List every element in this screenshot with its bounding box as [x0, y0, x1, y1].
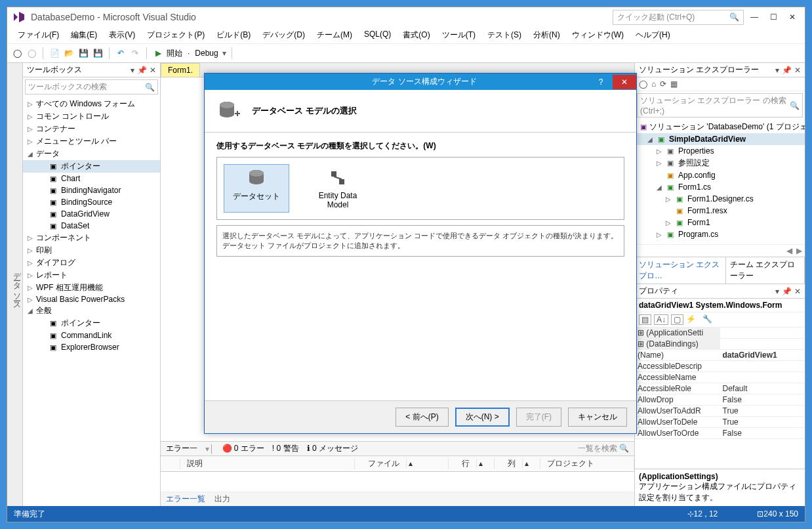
maximize-button[interactable]: ☐ — [770, 12, 777, 22]
toolbox-item[interactable]: ▷コンテナー — [23, 123, 160, 135]
toolbox-item[interactable]: ▣BindingSource — [23, 196, 160, 208]
tab-solution-explorer[interactable]: ソリューション エクスプロ… — [635, 257, 726, 284]
toolbox-item[interactable]: ▣BindingNavigator — [23, 184, 160, 196]
solution-node[interactable]: ▣ソリューション 'DatabaseDemo' (1 プロジェ — [635, 121, 805, 133]
property-row[interactable]: AllowUserToDeleTrue — [635, 417, 805, 428]
dialog-titlebar[interactable]: データ ソース構成ウィザード ? ✕ — [205, 74, 636, 90]
toolbox-item[interactable]: ▣ポインター — [23, 160, 160, 173]
property-row[interactable]: AccessibleName — [635, 372, 805, 383]
toolbox-item[interactable]: ▷印刷 — [23, 244, 160, 257]
property-row[interactable]: (Name)dataGridView1 — [635, 350, 805, 361]
col-line[interactable]: 行 ▴ — [449, 458, 495, 469]
col-col[interactable]: 列 ▴ — [495, 458, 540, 469]
start-icon[interactable]: ▶ — [152, 47, 164, 59]
props-icon[interactable]: ▢ — [671, 314, 683, 325]
error-filter-warnings[interactable]: ! 0 警告 — [272, 443, 299, 454]
back-button[interactable]: < 前へ(P) — [396, 408, 448, 427]
menu-build[interactable]: ビルド(B) — [211, 28, 256, 42]
scroll-left-icon[interactable]: ◀ — [786, 246, 792, 255]
wrench-icon[interactable]: 🔧 — [702, 314, 712, 325]
menu-window[interactable]: ウィンドウ(W) — [567, 28, 629, 42]
toolbox-item[interactable]: ▷WPF 相互運用機能 — [23, 282, 160, 294]
solution-node[interactable]: ▷▣Program.cs — [635, 228, 805, 240]
dialog-close-button[interactable]: ✕ — [613, 75, 636, 89]
toolbox-item[interactable]: ▷すべての Windows フォーム — [23, 98, 160, 110]
finish-button[interactable]: 完了(F) — [516, 408, 561, 427]
sync-icon[interactable]: ⟳ — [660, 79, 666, 89]
home2-icon[interactable]: ⌂ — [651, 79, 656, 89]
toolbox-search[interactable]: ツールボックスの検索 🔍 — [25, 79, 158, 95]
solution-search[interactable]: ソリューション エクスプローラー の検索 (Ctrl+;) 🔍 — [637, 93, 803, 117]
menu-edit[interactable]: 編集(E) — [66, 28, 102, 42]
menu-project[interactable]: プロジェクト(P) — [142, 28, 210, 42]
nav-back-icon[interactable]: ◯ — [11, 47, 23, 59]
alpha-icon[interactable]: A↓ — [654, 314, 668, 325]
config-selector[interactable]: Debug — [195, 49, 218, 58]
toolbox-item[interactable]: ▣ポインター — [23, 317, 160, 329]
events-icon[interactable]: ⚡ — [686, 314, 696, 325]
error-filter-errors[interactable]: 🔴 0 エラー — [222, 443, 264, 454]
open-icon[interactable]: 📂 — [63, 47, 75, 59]
pin-icon[interactable]: 📌 — [137, 66, 147, 75]
property-row[interactable]: AccessibleDescrip — [635, 361, 805, 372]
property-row[interactable]: ⊞ (ApplicationSetti — [635, 328, 805, 339]
toolbox-item[interactable]: ▷コモン コントロール — [23, 110, 160, 123]
toolbox-item[interactable]: ▷ダイアログ — [23, 257, 160, 269]
dropdown-icon[interactable]: ▾ — [775, 66, 779, 75]
close-panel-icon[interactable]: ✕ — [794, 66, 801, 75]
error-filter-messages[interactable]: ℹ 0 メッセージ — [307, 443, 358, 454]
menu-team[interactable]: チーム(M) — [312, 28, 357, 42]
help-button[interactable]: ? — [589, 75, 613, 89]
menu-format[interactable]: 書式(O) — [397, 28, 435, 42]
toolbox-item[interactable]: ▷Visual Basic PowerPacks — [23, 294, 160, 305]
solution-node[interactable]: ▷▣Form1 — [635, 217, 805, 228]
datasources-dock-tab[interactable]: データ ソース — [7, 63, 23, 506]
toolbox-item[interactable]: ▣ExplorerBrowser — [23, 341, 160, 353]
minimize-button[interactable]: — — [750, 12, 758, 22]
menu-view[interactable]: 表示(V) — [104, 28, 140, 42]
home-icon[interactable]: ◯ — [639, 79, 647, 89]
tab-output[interactable]: 出力 — [214, 494, 230, 505]
doc-tab-form1[interactable]: Form1. — [161, 63, 200, 77]
toolbox-item[interactable]: ▣DataSet — [23, 220, 160, 232]
model-dataset[interactable]: データセット — [224, 164, 289, 213]
undo-icon[interactable]: ↶ — [115, 47, 127, 59]
cancel-button[interactable]: キャンセル — [568, 408, 627, 427]
solution-node[interactable]: ▣Form1.resx — [635, 205, 805, 217]
next-button[interactable]: 次へ(N) > — [455, 408, 510, 427]
showall-icon[interactable]: ▦ — [670, 79, 678, 89]
dropdown-icon[interactable]: ▾ — [775, 287, 779, 296]
property-row[interactable]: ⊞ (DataBindings) — [635, 339, 805, 350]
col-file[interactable]: ファイル ▴ — [355, 458, 449, 469]
props-object[interactable]: dataGridView1 System.Windows.Form — [635, 299, 805, 312]
toolbox-item[interactable]: ▷メニューとツール バー — [23, 135, 160, 148]
solution-node[interactable]: ▷▣Properties — [635, 145, 805, 157]
menu-test[interactable]: テスト(S) — [482, 28, 527, 42]
close-panel-icon[interactable]: ✕ — [794, 287, 801, 296]
menu-sql[interactable]: SQL(Q) — [359, 28, 396, 42]
dropdown-icon[interactable]: ▾ — [131, 66, 134, 75]
property-row[interactable]: AllowDropFalse — [635, 394, 805, 406]
categorized-icon[interactable]: ▤ — [639, 314, 651, 325]
redo-icon[interactable]: ↷ — [129, 47, 141, 59]
quick-launch-input[interactable]: クイック起動 (Ctrl+Q) 🔍 — [613, 10, 744, 25]
toolbox-item[interactable]: ▷レポート — [23, 269, 160, 282]
save-all-icon[interactable]: 💾 — [92, 47, 104, 59]
close-button[interactable]: ✕ — [789, 12, 796, 22]
toolbox-item[interactable]: ◢データ — [23, 148, 160, 160]
solution-node[interactable]: ▣App.config — [635, 169, 805, 181]
menu-help[interactable]: ヘルプ(H) — [630, 28, 676, 42]
solution-node[interactable]: ◢▣Form1.cs — [635, 181, 805, 193]
pin-icon[interactable]: 📌 — [782, 66, 792, 75]
toolbox-item[interactable]: ▣CommandLink — [23, 329, 160, 341]
model-entity[interactable]: Entity Data Model — [305, 164, 371, 213]
tab-team-explorer[interactable]: チーム エクスプローラー — [726, 257, 805, 284]
scroll-right-icon[interactable]: ▶ — [796, 246, 802, 255]
property-row[interactable]: AllowUserToAddRTrue — [635, 406, 805, 417]
menu-file[interactable]: ファイル(F) — [12, 28, 64, 42]
menu-analyze[interactable]: 分析(N) — [528, 28, 565, 42]
toolbox-item[interactable]: ◢全般 — [23, 305, 160, 317]
tab-error-list[interactable]: エラー一覧 — [166, 494, 205, 505]
toolbox-item[interactable]: ▣DataGridView — [23, 208, 160, 220]
pin-icon[interactable]: 📌 — [782, 287, 792, 296]
